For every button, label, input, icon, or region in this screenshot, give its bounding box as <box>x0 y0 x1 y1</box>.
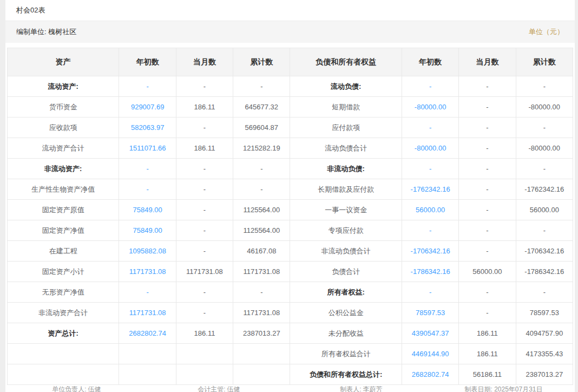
liability-initial-value[interactable]: - <box>402 220 458 241</box>
table-row: 非流动资产合计1171731.08-1171731.08公积公益金78597.5… <box>8 303 573 323</box>
liability-total-value: - <box>516 159 573 179</box>
liability-initial-value[interactable]: 2682802.74 <box>402 364 458 385</box>
table-row: 资产总计:2682802.74186.112387013.27未分配收益4390… <box>8 323 573 344</box>
asset-initial-value[interactable]: 75849.00 <box>119 200 176 220</box>
liability-month-value: - <box>459 117 516 138</box>
asset-month-value: - <box>176 282 233 303</box>
asset-initial-value[interactable]: 1171731.08 <box>119 303 176 323</box>
liability-month-value: 186.11 <box>459 323 516 344</box>
asset-row-label: 资产总计: <box>8 323 119 344</box>
table-row: 流动资产合计1511071.66186.111215282.19流动负债合计-8… <box>8 138 573 159</box>
report-date-label: 制表日期: 2025年07月31日 <box>432 385 575 392</box>
liability-row-label: 负债和所有者权益总计: <box>290 364 402 385</box>
asset-month-value: - <box>176 179 233 200</box>
asset-row-label: 货币资金 <box>8 97 119 117</box>
header-liabilities-equity: 负债和所有者权益 <box>290 48 402 76</box>
asset-initial-value[interactable]: 2682802.74 <box>119 323 176 344</box>
asset-initial-value[interactable]: 1171731.08 <box>119 262 176 282</box>
liability-initial-value[interactable]: -80000.00 <box>402 97 458 117</box>
asset-initial-value[interactable]: - <box>119 76 176 97</box>
table-row: 生产性生物资产净值---长期借款及应付款-1762342.16--1762342… <box>8 179 573 200</box>
liability-initial-value[interactable]: - <box>402 159 458 179</box>
liability-month-value: - <box>459 138 516 159</box>
liability-row-label: 未分配收益 <box>290 323 402 344</box>
table-row: 货币资金929007.69186.11645677.32短期借款-80000.0… <box>8 97 573 117</box>
asset-total-value: 1171731.08 <box>233 303 290 323</box>
asset-total-value: 645677.32 <box>233 97 290 117</box>
asset-month-value <box>176 344 233 364</box>
liability-total-value: - <box>516 220 573 241</box>
liability-initial-value[interactable]: - <box>402 76 458 97</box>
liability-initial-value[interactable]: 78597.53 <box>402 303 458 323</box>
asset-initial-value[interactable]: 1511071.66 <box>119 138 176 159</box>
asset-total-value: 2387013.27 <box>233 323 290 344</box>
asset-initial-value[interactable]: - <box>119 159 176 179</box>
asset-row-label: 无形资产净值 <box>8 282 119 303</box>
liability-row-label: 所有者权益: <box>290 282 402 303</box>
table-row: 负债和所有者权益总计:2682802.7456186.112387013.27 <box>8 364 573 385</box>
asset-initial-value[interactable]: - <box>119 179 176 200</box>
asset-total-value: 1125564.00 <box>233 200 290 220</box>
liability-total-value: - <box>516 117 573 138</box>
asset-row-label: 流动资产: <box>8 76 119 97</box>
asset-initial-value[interactable]: 1095882.08 <box>119 241 176 262</box>
liability-initial-value[interactable]: -80000.00 <box>402 138 458 159</box>
asset-row-label: 固定资产净值 <box>8 220 119 241</box>
liability-total-value: - <box>516 282 573 303</box>
liability-month-value: - <box>459 282 516 303</box>
liability-initial-value[interactable]: -1786342.16 <box>402 262 458 282</box>
asset-month-value: 1171731.08 <box>176 262 233 282</box>
liability-initial-value[interactable]: -1762342.16 <box>402 179 458 200</box>
asset-initial-value[interactable]: 75849.00 <box>119 220 176 241</box>
liability-month-value: - <box>459 179 516 200</box>
liability-initial-value[interactable]: 4390547.37 <box>402 323 458 344</box>
asset-row-label: 在建工程 <box>8 241 119 262</box>
asset-initial-value[interactable]: - <box>119 282 176 303</box>
asset-initial-value[interactable]: 929007.69 <box>119 97 176 117</box>
liability-initial-value[interactable]: - <box>402 282 458 303</box>
asset-initial-value[interactable]: 582063.97 <box>119 117 176 138</box>
balance-table-body: 流动资产:---流动负债:---货币资金929007.69186.1164567… <box>8 76 573 385</box>
header-month: 当月数 <box>459 48 516 76</box>
liability-month-value: - <box>459 303 516 323</box>
table-row: 所有者权益合计4469144.90186.114173355.43 <box>8 344 573 364</box>
table-row: 无形资产净值---所有者权益:--- <box>8 282 573 303</box>
asset-row-label <box>8 364 119 385</box>
title-bar: 村会02表 <box>5 0 575 21</box>
liability-initial-value[interactable]: 4469144.90 <box>402 344 458 364</box>
asset-month-value: 186.11 <box>176 323 233 344</box>
asset-total-value: - <box>233 282 290 303</box>
signature-footer: 单位负责人: 伍健 会计主管: 伍健 制表人: 李蔚芳 制表日期: 2025年0… <box>5 385 575 392</box>
table-row: 在建工程1095882.08-46167.08非流动负债合计-1706342.1… <box>8 241 573 262</box>
asset-initial-value <box>119 344 176 364</box>
header-assets: 资产 <box>8 48 119 76</box>
asset-total-value <box>233 344 290 364</box>
liability-row-label: 所有者权益合计 <box>290 344 402 364</box>
liability-row-label: 公积公益金 <box>290 303 402 323</box>
asset-total-value: - <box>233 159 290 179</box>
liability-row-label: 短期借款 <box>290 97 402 117</box>
asset-month-value <box>176 364 233 385</box>
liability-total-value: -80000.00 <box>516 138 573 159</box>
liability-month-value: 56000.00 <box>459 262 516 282</box>
liability-total-value: -80000.00 <box>516 97 573 117</box>
liability-total-value: 56000.00 <box>516 200 573 220</box>
liability-row-label: 负债合计 <box>290 262 402 282</box>
liability-total-value: 4173355.43 <box>516 344 573 364</box>
liability-total-value: -1786342.16 <box>516 262 573 282</box>
asset-month-value: - <box>176 117 233 138</box>
liability-month-value: - <box>459 200 516 220</box>
liability-initial-value[interactable]: -1706342.16 <box>402 241 458 262</box>
asset-row-label: 固定资产原值 <box>8 200 119 220</box>
liability-month-value: 56186.11 <box>459 364 516 385</box>
liability-row-label: 流动负债: <box>290 76 402 97</box>
liability-initial-value[interactable]: - <box>402 117 458 138</box>
table-wrap: 资产 年初数 当月数 累计数 负债和所有者权益 年初数 当月数 累计数 流动资产… <box>5 43 575 385</box>
header-initial: 年初数 <box>119 48 176 76</box>
asset-row-label: 流动资产合计 <box>8 138 119 159</box>
preparer-label: 制表人: 李蔚芳 <box>290 385 432 392</box>
liability-initial-value[interactable]: 56000.00 <box>402 200 458 220</box>
table-header-row: 资产 年初数 当月数 累计数 负债和所有者权益 年初数 当月数 累计数 <box>8 48 573 76</box>
report-title: 村会02表 <box>16 5 45 15</box>
asset-month-value: - <box>176 303 233 323</box>
